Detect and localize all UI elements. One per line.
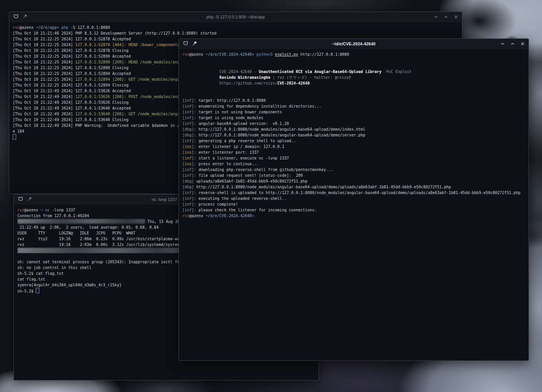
maximize-button[interactable]: [510, 42, 515, 46]
kitty-cat-icon: [13, 13, 19, 20]
redacted-blur: [17, 219, 145, 224]
kitty-cat-icon: [18, 196, 23, 203]
terminal-line: [inf]: enumerating for dependency instal…: [182, 103, 525, 109]
terminal-line: rvz@azenx ~/d/e/CVE-2024-42640>: [182, 213, 525, 219]
close-button[interactable]: [520, 42, 525, 46]
terminal-cursor: [36, 288, 39, 293]
titlebar-php-server[interactable]: php -S 127.0.0.1:808 ~/d/e/app: [9, 12, 462, 22]
window-title: php -S 127.0.0.1:808 ~/d/e/app: [9, 15, 462, 19]
maximize-button[interactable]: [444, 15, 448, 19]
terminal-line: [inf]: target is not using bower_compone…: [182, 109, 525, 115]
terminal-line: rvz@azenx ~/d/e/CVE-2024-42640> python3 …: [182, 51, 525, 57]
terminal-cursor: [13, 134, 16, 140]
terminal-line: CVE-2024-42640 - Unauthenticated RCE via…: [182, 69, 525, 75]
window-title: ~/d/e/CVE-2024-42640: [179, 42, 529, 46]
terminal-window-exploit: ~/d/e/CVE-2024-42640 rvz@azenx ~/d/e/CVE…: [178, 38, 529, 361]
pin-icon[interactable]: [192, 40, 197, 47]
terminal-line: [inf]: target: http://127.0.0.1:8080: [182, 98, 525, 103]
terminal-line: [182, 57, 525, 63]
terminal-line: [inf]: file upload request sent! [status…: [182, 173, 525, 178]
terminal-line: [ins]: enter listenter port: 1337: [182, 149, 525, 155]
terminal-line: [ins]: enter listener ip / domain: 127.0…: [182, 144, 525, 149]
terminal-line: [inf]: downloading php-reverse-shell fro…: [182, 167, 525, 173]
terminal-line: [inf]: please check the listener for inc…: [182, 207, 525, 213]
terminal-line: [182, 63, 525, 69]
terminal-line: [dbg] uploads/a8e63abf-1b81-45dd-bbb9-e5…: [182, 178, 525, 184]
terminal-line: [182, 86, 525, 92]
terminal-line: [Thu Oct 10 21:21:46 2024] PHP 8.3.12 De…: [13, 30, 459, 36]
terminal-output-exploit[interactable]: rvz@azenx ~/d/e/CVE-2024-42640> python3 …: [179, 49, 529, 221]
terminal-line: [inf]: angular-base64-upload version: v0…: [182, 121, 525, 126]
minimize-button[interactable]: [500, 42, 505, 46]
redacted-blur: [17, 247, 182, 253]
pin-icon[interactable]: [27, 196, 32, 203]
terminal-line: [inf]: target is using node_modules: [182, 115, 525, 121]
terminal-line: [inf]: reverse-shell is uploaded to http…: [182, 190, 525, 196]
close-button[interactable]: [454, 15, 458, 19]
terminal-line: [dbg] http://127.0.0.1:8080/node_modules…: [182, 184, 525, 190]
titlebar-exploit[interactable]: ~/d/e/CVE-2024-42640: [179, 39, 529, 49]
kitty-cat-icon: [183, 40, 188, 47]
terminal-line: rvz@azenx ~/d/e/app> php -S 127.0.0.1:80…: [13, 25, 459, 30]
terminal-line: [inf]: start a listener, execute nc -lvn…: [182, 155, 525, 161]
pin-icon[interactable]: [23, 13, 27, 20]
terminal-line: [inf]: generating a php reverse shell to…: [182, 138, 525, 144]
terminal-line: https://github.com/rvizx/CVE-2024-42640: [182, 80, 525, 86]
terminal-line: [dbg]: http://127.0.0.1:8080/node_module…: [182, 132, 525, 138]
terminal-line: [inf]: executing the uploaded reverse-sh…: [182, 196, 525, 201]
terminal-line: [dbg]: http://127.0.0.1:8080/node_module…: [182, 126, 525, 132]
terminal-line: [ins]: press enter to continue...: [182, 161, 525, 167]
terminal-line: [182, 92, 525, 98]
minimize-button[interactable]: [434, 15, 438, 19]
terminal-line: [inf]: process complete!: [182, 201, 525, 207]
terminal-line: Ravindu Wickramasinghe | rvz (ラヴィズ) - tw…: [182, 75, 525, 80]
